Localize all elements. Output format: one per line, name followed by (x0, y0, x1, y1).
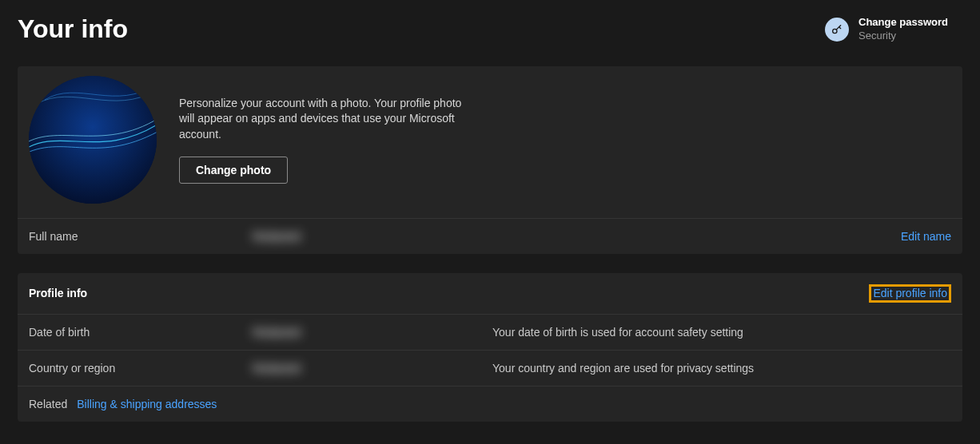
key-icon (825, 18, 849, 42)
svg-line-2 (839, 26, 841, 28)
change-password-action[interactable]: Change password Security (825, 16, 962, 43)
country-row: Country or region Redacted Your country … (18, 351, 962, 387)
edit-name-link[interactable]: Edit name (901, 230, 951, 243)
full-name-row: Full name Redacted Edit name (18, 219, 962, 254)
full-name-value: Redacted (253, 230, 492, 243)
full-name-label: Full name (29, 230, 253, 243)
change-password-sublabel: Security (858, 30, 948, 43)
country-label: Country or region (29, 362, 253, 375)
change-photo-button[interactable]: Change photo (179, 157, 288, 184)
change-password-label: Change password (858, 16, 948, 30)
svg-rect-3 (29, 76, 157, 204)
profile-info-card: Profile info Edit profile info Date of b… (18, 273, 962, 422)
dob-value: Redacted (253, 326, 492, 339)
related-label: Related (29, 398, 67, 410)
dob-row: Date of birth Redacted Your date of birt… (18, 315, 962, 351)
country-help: Your country and region are used for pri… (492, 362, 951, 375)
country-value: Redacted (253, 362, 492, 375)
page-title: Your info (18, 14, 128, 44)
photo-description: Personalize your account with a photo. Y… (179, 96, 475, 143)
billing-shipping-link[interactable]: Billing & shipping addresses (77, 398, 217, 410)
dob-label: Date of birth (29, 326, 253, 339)
related-row: Related Billing & shipping addresses (18, 387, 962, 422)
dob-help: Your date of birth is used for account s… (492, 326, 951, 339)
edit-profile-info-link[interactable]: Edit profile info (869, 284, 951, 303)
profile-info-title: Profile info (29, 287, 87, 299)
avatar (29, 76, 157, 204)
photo-card: Personalize your account with a photo. Y… (18, 66, 962, 254)
